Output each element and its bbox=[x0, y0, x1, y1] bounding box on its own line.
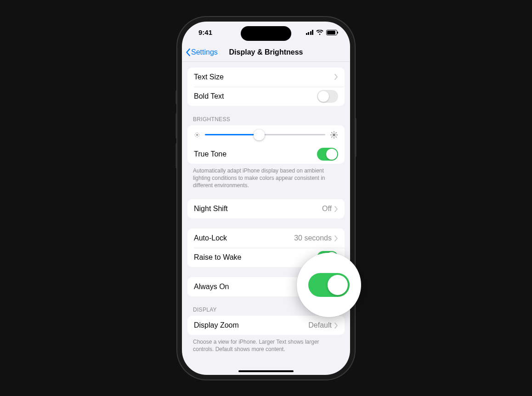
sun-min-icon bbox=[194, 132, 200, 138]
always-on-row: Always On bbox=[187, 277, 345, 296]
svg-point-9 bbox=[333, 134, 335, 136]
page-title: Display & Brightness bbox=[229, 48, 303, 56]
bold-text-label: Bold Text bbox=[194, 92, 317, 100]
night-shift-label: Night Shift bbox=[194, 205, 322, 213]
display-zoom-value: Default bbox=[308, 321, 332, 329]
chevron-right-icon bbox=[334, 235, 338, 241]
svg-point-0 bbox=[196, 134, 198, 136]
svg-line-7 bbox=[195, 136, 196, 136]
brightness-group: True Tone bbox=[187, 125, 345, 164]
battery-icon bbox=[326, 30, 337, 35]
brightness-fill bbox=[205, 134, 259, 135]
chevron-right-icon bbox=[334, 74, 338, 80]
status-bar: 9:41 bbox=[182, 22, 350, 44]
svg-line-8 bbox=[198, 133, 199, 134]
raise-to-wake-label: Raise to Wake bbox=[194, 253, 317, 262]
brightness-header: BRIGHTNESS bbox=[193, 116, 339, 123]
text-size-label: Text Size bbox=[194, 73, 334, 81]
bold-text-row: Bold Text bbox=[187, 87, 345, 106]
night-shift-group: Night Shift Off bbox=[187, 199, 345, 218]
true-tone-label: True Tone bbox=[194, 150, 317, 158]
brightness-slider-row bbox=[187, 125, 345, 145]
settings-content[interactable]: Text Size Bold Text BRIGHTNESS bbox=[182, 62, 350, 375]
text-group: Text Size Bold Text bbox=[187, 67, 345, 106]
chevron-right-icon bbox=[334, 323, 338, 329]
dynamic-island bbox=[241, 26, 291, 41]
nav-bar: Settings Display & Brightness bbox=[182, 44, 350, 62]
wifi-icon bbox=[316, 30, 323, 35]
brightness-footer: Automatically adapt iPhone display based… bbox=[193, 167, 339, 190]
true-tone-toggle[interactable] bbox=[317, 148, 338, 161]
always-on-toggle[interactable] bbox=[317, 280, 338, 293]
home-indicator[interactable] bbox=[238, 370, 294, 372]
night-shift-row[interactable]: Night Shift Off bbox=[187, 199, 345, 218]
svg-line-5 bbox=[195, 133, 196, 134]
display-footer: Choose a view for iPhone. Larger Text sh… bbox=[193, 338, 339, 353]
night-shift-value: Off bbox=[322, 205, 332, 213]
bold-text-toggle[interactable] bbox=[317, 90, 338, 103]
text-size-row[interactable]: Text Size bbox=[187, 67, 345, 87]
always-on-label: Always On bbox=[194, 283, 317, 291]
svg-line-16 bbox=[332, 136, 333, 137]
cellular-icon bbox=[306, 30, 314, 35]
display-zoom-label: Display Zoom bbox=[194, 321, 308, 329]
true-tone-row: True Tone bbox=[187, 145, 345, 164]
autolock-group: Auto-Lock 30 seconds Raise to Wake bbox=[187, 229, 345, 267]
always-on-group: Always On bbox=[187, 277, 345, 296]
iphone-frame: 9:41 Settings Display & Brightness Text bbox=[182, 22, 350, 375]
raise-to-wake-row: Raise to Wake bbox=[187, 248, 345, 267]
display-zoom-row[interactable]: Display Zoom Default bbox=[187, 316, 345, 335]
svg-line-15 bbox=[336, 136, 337, 137]
auto-lock-value: 30 seconds bbox=[294, 234, 332, 242]
display-header: DISPLAY bbox=[193, 307, 339, 313]
svg-line-6 bbox=[198, 136, 199, 136]
svg-line-14 bbox=[332, 132, 333, 133]
back-label: Settings bbox=[191, 48, 218, 56]
status-time: 9:41 bbox=[198, 28, 212, 36]
auto-lock-label: Auto-Lock bbox=[194, 234, 294, 242]
sun-max-icon bbox=[330, 131, 338, 139]
brightness-slider[interactable] bbox=[205, 134, 325, 135]
chevron-right-icon bbox=[334, 206, 338, 212]
auto-lock-row[interactable]: Auto-Lock 30 seconds bbox=[187, 229, 345, 248]
display-group: Display Zoom Default bbox=[187, 316, 345, 335]
back-button[interactable]: Settings bbox=[186, 48, 218, 56]
brightness-thumb[interactable] bbox=[254, 129, 265, 140]
svg-line-17 bbox=[336, 132, 337, 133]
raise-to-wake-toggle[interactable] bbox=[317, 251, 338, 264]
